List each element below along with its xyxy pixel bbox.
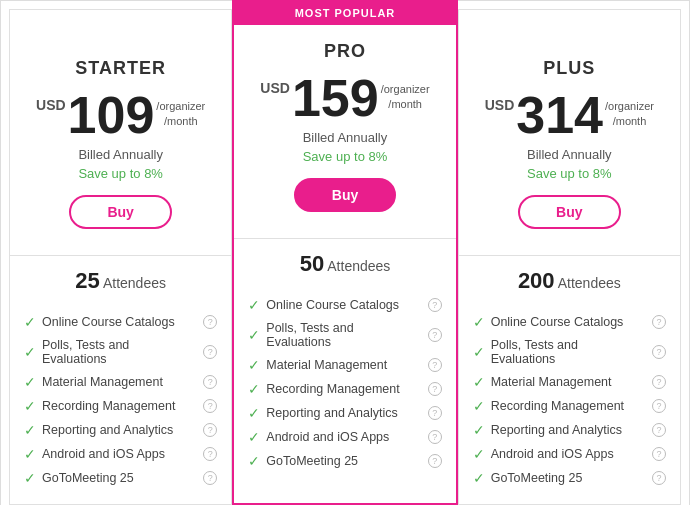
price-per-plus: /organizer/month [605,99,654,130]
plan-header-pro: PROUSD159/organizer/monthBilled Annually… [234,25,455,238]
buy-button-starter[interactable]: Buy [69,195,171,229]
feature-label: Material Management [42,375,163,389]
list-item: ✓GoToMeeting 25? [24,466,217,490]
attendees-row-starter: 25 Attendees [10,255,231,302]
feature-label: GoToMeeting 25 [42,471,134,485]
info-icon[interactable]: ? [203,399,217,413]
feature-label: Recording Management [42,399,175,413]
info-icon[interactable]: ? [203,471,217,485]
info-icon[interactable]: ? [203,423,217,437]
feature-label: Online Course Catalogs [42,315,175,329]
features-list-pro: ✓Online Course Catalogs?✓Polls, Tests an… [234,285,455,487]
plan-price-row-starter: USD109/organizer/month [20,89,221,141]
check-icon: ✓ [473,470,485,486]
buy-button-plus[interactable]: Buy [518,195,620,229]
billed-annually-pro: Billed Annually [244,130,445,145]
list-item: ✓Online Course Catalogs? [24,310,217,334]
info-icon[interactable]: ? [203,375,217,389]
check-icon: ✓ [24,446,36,462]
list-item: ✓Recording Management? [24,394,217,418]
info-icon[interactable]: ? [652,423,666,437]
info-icon[interactable]: ? [428,298,442,312]
feature-label: Online Course Catalogs [266,298,399,312]
info-icon[interactable]: ? [203,447,217,461]
most-popular-banner: MOST POPULAR [234,1,455,25]
plan-col-pro: MOST POPULARPROUSD159/organizer/monthBil… [232,0,457,505]
check-icon: ✓ [248,429,260,445]
check-icon: ✓ [473,422,485,438]
price-per-pro: /organizer/month [381,82,430,113]
pricing-container: STARTERUSD109/organizer/monthBilled Annu… [0,0,690,505]
info-icon[interactable]: ? [652,471,666,485]
plan-name-plus: PLUS [469,58,670,79]
check-icon: ✓ [24,314,36,330]
info-icon[interactable]: ? [203,345,217,359]
price-amount-plus: 314 [516,89,603,141]
attendees-count-pro: 50 [300,251,324,276]
info-icon[interactable]: ? [652,345,666,359]
info-icon[interactable]: ? [428,382,442,396]
list-item: ✓Android and iOS Apps? [473,442,666,466]
list-item: ✓GoToMeeting 25? [473,466,666,490]
info-icon[interactable]: ? [428,430,442,444]
list-item: ✓Material Management? [248,353,441,377]
info-icon[interactable]: ? [652,399,666,413]
list-item: ✓Polls, Tests and Evaluations? [248,317,441,353]
list-item: ✓Reporting and Analytics? [24,418,217,442]
feature-label: GoToMeeting 25 [266,454,358,468]
features-list-starter: ✓Online Course Catalogs?✓Polls, Tests an… [10,302,231,504]
check-icon: ✓ [473,314,485,330]
attendees-row-plus: 200 Attendees [459,255,680,302]
info-icon[interactable]: ? [652,375,666,389]
plan-price-row-plus: USD314/organizer/month [469,89,670,141]
list-item: ✓Reporting and Analytics? [473,418,666,442]
check-icon: ✓ [248,357,260,373]
feature-label: Recording Management [491,399,624,413]
check-icon: ✓ [248,327,260,343]
price-currency-pro: USD [260,80,290,96]
plan-header-starter: STARTERUSD109/organizer/monthBilled Annu… [10,38,231,255]
feature-label: Online Course Catalogs [491,315,624,329]
list-item: ✓Polls, Tests and Evaluations? [24,334,217,370]
buy-button-pro[interactable]: Buy [294,178,396,212]
save-text-starter: Save up to 8% [20,166,221,181]
feature-label: Material Management [266,358,387,372]
info-icon[interactable]: ? [652,447,666,461]
info-icon[interactable]: ? [428,454,442,468]
info-icon[interactable]: ? [428,328,442,342]
billed-annually-starter: Billed Annually [20,147,221,162]
check-icon: ✓ [248,405,260,421]
list-item: ✓Reporting and Analytics? [248,401,441,425]
check-icon: ✓ [473,398,485,414]
plan-col-plus: PLUSUSD314/organizer/monthBilled Annuall… [458,9,681,505]
list-item: ✓Recording Management? [473,394,666,418]
check-icon: ✓ [24,470,36,486]
feature-label: Android and iOS Apps [42,447,165,461]
save-text-pro: Save up to 8% [244,149,445,164]
check-icon: ✓ [248,453,260,469]
list-item: ✓Online Course Catalogs? [473,310,666,334]
plan-col-starter: STARTERUSD109/organizer/monthBilled Annu… [9,9,232,505]
feature-label: GoToMeeting 25 [491,471,583,485]
attendees-count-starter: 25 [75,268,99,293]
price-per-starter: /organizer/month [156,99,205,130]
features-list-plus: ✓Online Course Catalogs?✓Polls, Tests an… [459,302,680,504]
info-icon[interactable]: ? [203,315,217,329]
list-item: ✓Android and iOS Apps? [248,425,441,449]
plan-name-pro: PRO [244,41,445,62]
check-icon: ✓ [248,381,260,397]
check-icon: ✓ [473,446,485,462]
info-icon[interactable]: ? [428,358,442,372]
info-icon[interactable]: ? [652,315,666,329]
attendees-row-pro: 50 Attendees [234,238,455,285]
price-amount-starter: 109 [68,89,155,141]
attendees-count-plus: 200 [518,268,555,293]
check-icon: ✓ [473,374,485,390]
filler-banner [459,10,680,38]
price-currency-plus: USD [485,97,515,113]
price-amount-pro: 159 [292,72,379,124]
feature-label: Recording Management [266,382,399,396]
info-icon[interactable]: ? [428,406,442,420]
check-icon: ✓ [248,297,260,313]
feature-label: Polls, Tests and Evaluations [266,321,421,349]
